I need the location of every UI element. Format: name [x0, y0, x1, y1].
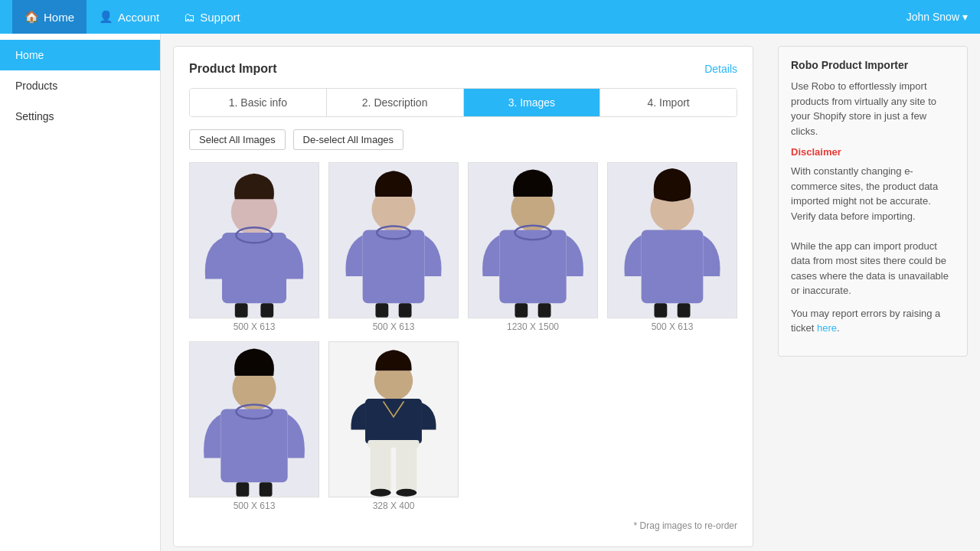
svg-rect-17 [538, 303, 551, 317]
svg-point-36 [396, 489, 416, 497]
shirt-svg-5 [190, 342, 318, 497]
nav-home-label: Home [44, 11, 74, 24]
sidebar-item-home[interactable]: Home [0, 40, 160, 70]
details-link[interactable]: Details [704, 63, 737, 75]
image-size-4: 500 X 613 [652, 321, 694, 332]
svg-rect-8 [363, 230, 425, 304]
svg-rect-10 [375, 303, 388, 317]
image-box-2[interactable] [328, 162, 459, 318]
image-item-5: 500 X 613 [189, 341, 319, 511]
tab-description[interactable]: 2. Description [327, 89, 464, 116]
image-box-3[interactable] [468, 162, 598, 318]
disclaimer-body-2: While the app can import product data fr… [791, 240, 949, 297]
image-item-4: 500 X 613 [607, 162, 737, 332]
svg-rect-34 [368, 440, 419, 448]
svg-rect-16 [514, 303, 528, 317]
svg-rect-32 [371, 442, 391, 491]
image-buttons: Select All Images De-select All Images [189, 129, 737, 150]
shirt-svg-3 [469, 163, 597, 318]
shirt-svg-1 [190, 163, 318, 318]
svg-rect-20 [642, 230, 704, 304]
image-item-6: 328 X 400 [328, 341, 459, 511]
wizard-tabs: 1. Basic info 2. Description 3. Images 4… [189, 88, 737, 117]
user-menu[interactable]: John Snow ▾ [906, 11, 968, 23]
main-layout: Home Products Settings Product Import De… [0, 34, 980, 551]
shirt-svg-4 [608, 163, 737, 318]
image-box-5[interactable] [189, 341, 319, 497]
svg-rect-11 [399, 303, 412, 317]
image-item-2: 500 X 613 [328, 162, 459, 332]
svg-rect-28 [260, 482, 273, 496]
shirt-svg-6 [329, 342, 458, 497]
nav-support-label: Support [200, 11, 240, 24]
right-panel: Robo Product Importer Use Robo to effort… [766, 34, 980, 551]
tab-images[interactable]: 3. Images [464, 89, 601, 116]
svg-rect-4 [235, 303, 248, 317]
info-description: Use Robo to effortlessly import products… [791, 79, 955, 139]
card-header: Product Import Details [189, 62, 737, 76]
report-suffix: . [837, 322, 840, 334]
svg-rect-21 [654, 303, 667, 317]
sidebar: Home Products Settings [0, 34, 161, 551]
shirt-svg-2 [329, 163, 458, 318]
report-text: You may report errors by raising a ticke… [791, 306, 955, 336]
main-content: Product Import Details 1. Basic info 2. … [161, 34, 766, 551]
sidebar-products-label: Products [15, 80, 57, 92]
nav-home[interactable]: 🏠 Home [12, 0, 87, 34]
image-size-6: 328 X 400 [373, 500, 415, 511]
top-nav: 🏠 Home 👤 Account 🗂 Support John Snow ▾ [0, 0, 980, 34]
nav-account-label: Account [118, 11, 159, 24]
image-size-5: 500 X 613 [234, 500, 276, 511]
image-box-4[interactable] [607, 162, 737, 318]
tab-import[interactable]: 4. Import [600, 89, 737, 116]
sidebar-home-label: Home [15, 49, 44, 61]
image-size-2: 500 X 613 [373, 321, 415, 332]
support-icon: 🗂 [184, 11, 195, 24]
product-import-card: Product Import Details 1. Basic info 2. … [173, 46, 753, 547]
image-item-3: 1230 X 1500 [468, 162, 598, 332]
info-title: Robo Product Importer [791, 59, 955, 71]
sidebar-item-settings[interactable]: Settings [0, 101, 160, 132]
disclaimer-text: With constantly changing e-commerce site… [791, 164, 955, 298]
drag-hint: * Drag images to re-order [189, 520, 737, 531]
svg-rect-5 [260, 303, 273, 317]
svg-rect-31 [365, 399, 422, 444]
deselect-all-button[interactable]: De-select All Images [293, 129, 404, 150]
svg-point-35 [371, 489, 391, 497]
select-all-button[interactable]: Select All Images [189, 129, 286, 150]
image-grid: 500 X 613 [189, 162, 737, 511]
home-icon: 🏠 [24, 10, 39, 24]
svg-rect-25 [220, 409, 287, 483]
image-size-3: 1230 X 1500 [507, 321, 559, 332]
sidebar-settings-label: Settings [15, 110, 54, 122]
image-box-1[interactable] [189, 162, 319, 318]
card-title: Product Import [189, 62, 277, 76]
user-name: John Snow [906, 11, 959, 23]
nav-account[interactable]: 👤 Account [87, 0, 172, 34]
account-icon: 👤 [99, 10, 113, 24]
svg-rect-33 [396, 442, 416, 491]
disclaimer-body: With constantly changing e-commerce site… [791, 165, 938, 222]
image-size-1: 500 X 613 [234, 321, 276, 332]
sidebar-item-products[interactable]: Products [0, 70, 160, 101]
image-item-1: 500 X 613 [189, 162, 319, 332]
nav-support[interactable]: 🗂 Support [172, 0, 253, 34]
image-box-6[interactable] [328, 341, 459, 497]
svg-rect-27 [236, 482, 249, 496]
disclaimer-title: Disclaimer [791, 146, 955, 158]
report-link[interactable]: here [817, 322, 837, 334]
svg-rect-14 [499, 230, 566, 304]
svg-rect-22 [678, 303, 691, 317]
info-box: Robo Product Importer Use Robo to effort… [778, 46, 968, 357]
report-prefix: You may report errors by raising a ticke… [791, 308, 940, 334]
user-dropdown-icon: ▾ [962, 11, 968, 23]
tab-basic-info[interactable]: 1. Basic info [190, 89, 327, 116]
